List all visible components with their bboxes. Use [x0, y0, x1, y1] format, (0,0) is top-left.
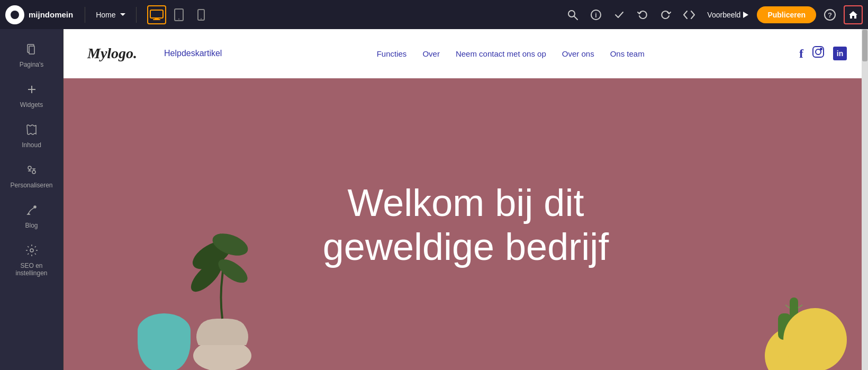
- page-selector[interactable]: Home: [92, 8, 129, 21]
- mobile-icon: [197, 9, 205, 21]
- search-btn[interactable]: [563, 5, 582, 24]
- logo-svg: Mylogo.: [85, 40, 148, 64]
- search-icon: [567, 10, 578, 20]
- svg-point-28: [820, 48, 822, 50]
- svg-rect-1: [155, 18, 159, 19]
- widgets-label: Widgets: [20, 101, 43, 109]
- sidebar-item-pages[interactable]: Pagina's: [5, 38, 58, 74]
- toolbar-divider-2: [136, 7, 137, 23]
- svg-text:Mylogo.: Mylogo.: [87, 45, 137, 61]
- scrollbar[interactable]: [862, 29, 868, 370]
- facebook-icon[interactable]: f: [799, 47, 803, 61]
- personalize-label: Personaliseren: [10, 182, 52, 189]
- pages-label: Pagina's: [20, 61, 44, 68]
- svg-line-39: [798, 305, 802, 308]
- redo-icon: [661, 10, 671, 20]
- seo-icon: [25, 244, 38, 260]
- preview-btn[interactable]: Voorbeeld: [703, 8, 753, 21]
- site-hero: Welkom bij dit geweldige bedrijf: [64, 78, 868, 370]
- svg-text:i: i: [595, 12, 597, 19]
- tablet-icon: [174, 8, 184, 21]
- brand-circle: [5, 5, 24, 24]
- blog-label: Blog: [25, 222, 38, 229]
- content-label: Inhoud: [22, 141, 41, 149]
- undo-btn[interactable]: [633, 5, 652, 24]
- current-page-label: Home: [96, 11, 115, 19]
- svg-point-6: [201, 18, 202, 19]
- site-logo: Mylogo.: [85, 40, 148, 67]
- hero-text: Welkom bij dit geweldige bedrijf: [323, 181, 609, 269]
- main-layout: Pagina's Widgets Inhoud: [0, 29, 868, 370]
- code-btn[interactable]: [680, 5, 699, 24]
- check-icon: [614, 10, 625, 20]
- hero-line1: Welkom bij dit: [348, 182, 584, 224]
- blog-icon: [25, 204, 38, 220]
- check-btn[interactable]: [610, 5, 629, 24]
- info-icon: i: [591, 10, 601, 20]
- svg-point-17: [28, 166, 31, 169]
- home-icon: [848, 10, 858, 20]
- plant-left: [169, 202, 275, 370]
- sidebar-item-blog[interactable]: Blog: [5, 198, 58, 234]
- sidebar-item-content[interactable]: Inhoud: [5, 118, 58, 154]
- personalize-icon: [25, 164, 38, 179]
- svg-text:?: ?: [828, 11, 832, 19]
- site-header: Mylogo. Helpdeskartikel Functies Over Ne…: [64, 29, 868, 78]
- nav-over-ons[interactable]: Over ons: [562, 49, 594, 58]
- nav-over[interactable]: Over: [422, 49, 440, 58]
- scrollbar-thumb[interactable]: [862, 30, 867, 61]
- pages-icon: [25, 43, 38, 59]
- svg-rect-2: [153, 19, 160, 20]
- home-btn[interactable]: [844, 5, 863, 24]
- svg-point-7: [568, 11, 575, 17]
- brand-name: mijndomein: [29, 10, 73, 19]
- svg-point-27: [816, 49, 821, 55]
- vase-yellow: [783, 308, 847, 370]
- left-sidebar: Pagina's Widgets Inhoud: [0, 29, 64, 370]
- help-btn[interactable]: ?: [820, 5, 839, 24]
- play-icon: [743, 12, 748, 18]
- preview-label: Voorbeeld: [707, 11, 740, 19]
- brand-inner: [11, 11, 19, 19]
- content-icon: [25, 123, 38, 139]
- toolbar-divider-1: [85, 7, 85, 23]
- svg-line-38: [785, 305, 790, 308]
- nav-contact[interactable]: Neem contact met ons op: [456, 49, 546, 58]
- undo-icon: [637, 10, 648, 20]
- svg-point-18: [32, 170, 35, 174]
- svg-point-4: [178, 19, 179, 20]
- site-helpdesk-text[interactable]: Helpdeskartikel: [164, 49, 222, 58]
- sidebar-item-widgets[interactable]: Widgets: [5, 78, 58, 114]
- brand-logo[interactable]: mijndomein: [5, 5, 73, 24]
- toolbar: mijndomein Home: [0, 0, 868, 29]
- svg-rect-0: [150, 10, 163, 18]
- mobile-device-btn[interactable]: [192, 5, 211, 24]
- tablet-device-btn[interactable]: [169, 5, 188, 24]
- help-icon: ?: [824, 9, 836, 21]
- nav-ons-team[interactable]: Ons team: [610, 49, 645, 58]
- linkedin-icon[interactable]: in: [833, 47, 847, 60]
- redo-btn[interactable]: [656, 5, 675, 24]
- site-nav: Functies Over Neem contact met ons op Ov…: [238, 49, 783, 58]
- svg-line-8: [574, 16, 577, 20]
- sidebar-item-seo[interactable]: SEO en instellingen: [5, 239, 58, 282]
- nav-functies[interactable]: Functies: [377, 49, 407, 58]
- widgets-icon: [25, 83, 38, 99]
- code-icon: [683, 10, 695, 20]
- canvas-area: Mylogo. Helpdeskartikel Functies Over Ne…: [64, 29, 868, 370]
- hero-line2: geweldige bedrijf: [323, 225, 609, 268]
- svg-rect-14: [29, 46, 34, 54]
- site-social: f in: [799, 46, 847, 61]
- page-selector-chevron: [120, 13, 125, 16]
- website-preview: Mylogo. Helpdeskartikel Functies Over Ne…: [64, 29, 868, 370]
- svg-point-23: [34, 206, 36, 208]
- desktop-device-btn[interactable]: [147, 5, 166, 24]
- device-icons: [147, 5, 211, 24]
- info-btn[interactable]: i: [586, 5, 605, 24]
- sidebar-item-personalize[interactable]: Personaliseren: [5, 158, 58, 194]
- desktop-icon: [150, 10, 164, 20]
- svg-point-24: [30, 249, 33, 252]
- seo-label: SEO en instellingen: [10, 262, 54, 277]
- publish-button[interactable]: Publiceren: [757, 6, 816, 23]
- instagram-icon[interactable]: [812, 46, 825, 61]
